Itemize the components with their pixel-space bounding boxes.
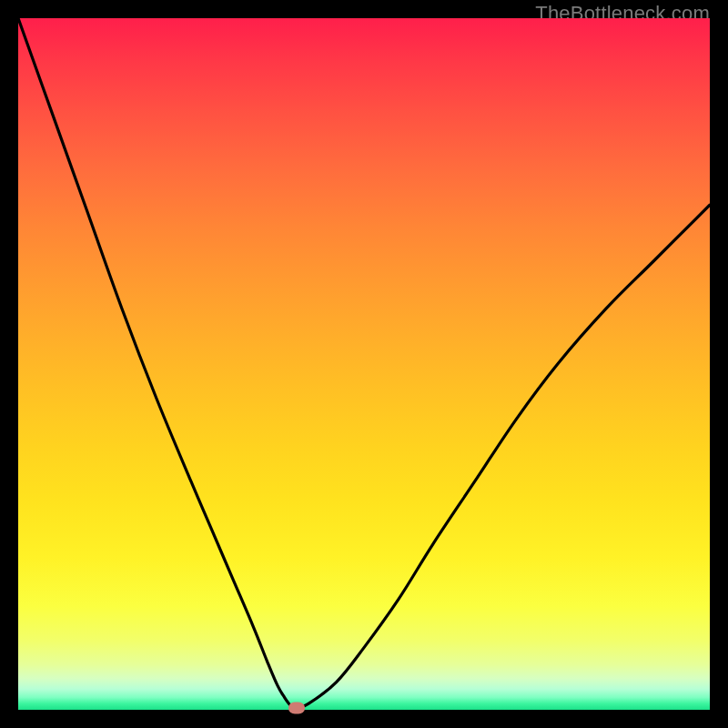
minimum-marker [288,702,305,713]
curve-svg [18,18,710,710]
chart-frame: TheBottleneck.com [0,0,728,728]
bottleneck-curve [18,18,710,709]
plot-area [18,18,710,710]
